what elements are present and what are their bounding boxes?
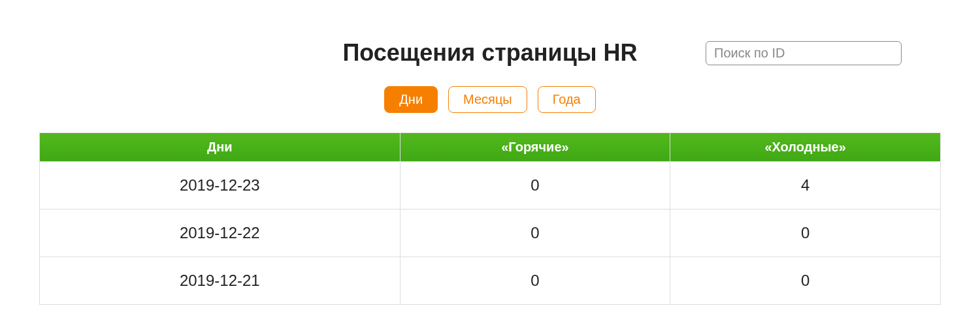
table-header-date: Дни <box>40 133 400 162</box>
header-row: Посещения страницы HR <box>39 39 941 67</box>
cell-cold: 4 <box>670 162 941 210</box>
cell-hot: 0 <box>400 162 670 210</box>
search-wrap <box>706 41 902 65</box>
cell-cold: 0 <box>670 210 941 257</box>
table-header-row: Дни «Горячие» «Холодные» <box>40 133 941 162</box>
table-header-cold: «Холодные» <box>670 133 941 162</box>
cell-hot: 0 <box>400 257 670 305</box>
cell-date: 2019-12-21 <box>40 257 400 305</box>
table-row: 2019-12-21 0 0 <box>40 257 941 305</box>
period-tabs: Дни Месяцы Года <box>39 86 941 113</box>
cell-cold: 0 <box>670 257 941 305</box>
cell-date: 2019-12-23 <box>40 162 400 210</box>
table-row: 2019-12-23 0 4 <box>40 162 941 210</box>
visits-table: Дни «Горячие» «Холодные» 2019-12-23 0 4 … <box>39 132 941 305</box>
search-input[interactable] <box>706 41 902 65</box>
table-row: 2019-12-22 0 0 <box>40 210 941 257</box>
tab-years[interactable]: Года <box>538 86 596 113</box>
cell-date: 2019-12-22 <box>40 210 400 257</box>
tab-days[interactable]: Дни <box>384 86 438 113</box>
tab-months[interactable]: Месяцы <box>448 86 527 113</box>
table-header-hot: «Горячие» <box>400 133 670 162</box>
page-title: Посещения страницы HR <box>342 39 637 67</box>
cell-hot: 0 <box>400 210 670 257</box>
